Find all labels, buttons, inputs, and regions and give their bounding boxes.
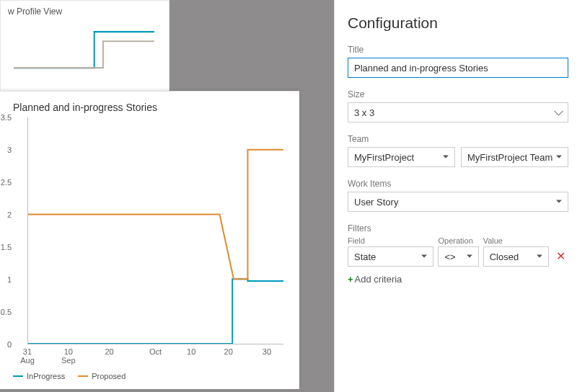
- remove-filter-icon[interactable]: ✕: [553, 246, 568, 267]
- background-mini-chart: [8, 21, 162, 76]
- filter-val-label: Value: [483, 236, 549, 245]
- chart-preview-panel: Planned and in-progress Stories 00.511.5…: [0, 91, 299, 389]
- filters-label: Filters: [348, 223, 568, 233]
- legend-item-proposed: Proposed: [78, 372, 125, 380]
- legend-label-proposed: Proposed: [92, 372, 125, 380]
- legend-swatch-inprogress: [13, 375, 23, 377]
- title-label: Title: [348, 45, 568, 55]
- legend-item-inprogress: InProgress: [13, 372, 65, 380]
- filter-field-select[interactable]: State: [348, 246, 433, 267]
- chart-legend: InProgress Proposed: [13, 372, 286, 380]
- filter-op-label: Operation: [438, 236, 478, 245]
- add-criteria-button[interactable]: +Add criteria: [348, 274, 568, 285]
- filter-val-select[interactable]: Closed: [483, 246, 549, 267]
- team-label: Team: [348, 134, 568, 144]
- legend-swatch-proposed: [78, 375, 88, 377]
- title-input[interactable]: [348, 58, 568, 78]
- background-widget-title: w Profile View: [8, 6, 162, 17]
- size-select[interactable]: 3 x 3: [348, 102, 568, 122]
- panel-heading: Configuration: [348, 14, 568, 32]
- workitems-select[interactable]: User Story: [348, 192, 568, 212]
- project-select[interactable]: MyFirstProject: [348, 147, 455, 167]
- team-select[interactable]: MyFirstProject Team: [461, 147, 568, 167]
- chart-plot-area: 00.511.522.533.5 31Aug10Sep20Oct102030: [23, 117, 283, 368]
- background-widget-card: w Profile View: [0, 0, 169, 101]
- chart-title: Planned and in-progress Stories: [13, 102, 286, 113]
- plus-icon: +: [348, 274, 353, 285]
- filter-op-select[interactable]: <>: [438, 246, 478, 267]
- legend-label-inprogress: InProgress: [27, 372, 65, 380]
- filter-field-label: Field: [348, 236, 433, 245]
- workitems-label: Work Items: [348, 179, 568, 189]
- configuration-panel: Configuration Title Size 3 x 3 Team MyFi…: [334, 0, 577, 392]
- size-label: Size: [348, 89, 568, 99]
- chart-plot: [27, 117, 283, 344]
